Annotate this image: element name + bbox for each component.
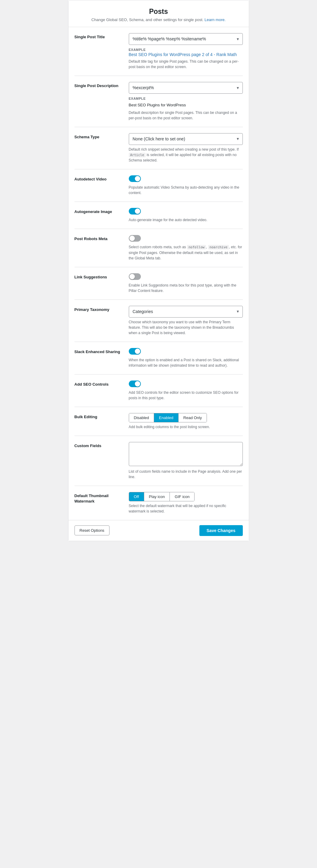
link-suggestions-track <box>129 273 141 280</box>
schema-type-row: Schema Type None (Click here to set one)… <box>75 127 243 169</box>
slack-sharing-thumb <box>135 349 140 354</box>
primary-taxonomy-label: Primary Taxonomy <box>75 306 123 312</box>
page-title: Posts <box>75 7 243 16</box>
add-seo-controls-toggle[interactable] <box>129 380 141 387</box>
add-seo-controls-content: Add SEO controls for the editor screen t… <box>129 380 243 401</box>
autogenerate-image-toggle[interactable] <box>129 208 141 215</box>
single-post-title-select[interactable]: %title% %page% %sep% %sitename% <box>129 33 243 45</box>
thumbnail-watermark-help: Select the default watermark that will b… <box>129 503 243 514</box>
slack-sharing-track <box>129 348 141 354</box>
page-header: Posts Change Global SEO, Schema, and oth… <box>68 0 249 27</box>
slack-sharing-row: Slack Enhanced Sharing When the option i… <box>75 342 243 374</box>
single-post-description-label: Single Post Description <box>75 82 123 89</box>
single-post-title-row: Single Post Title %title% %page% %sep% %… <box>75 27 243 76</box>
bulk-editing-disabled-button[interactable]: Disabled <box>129 413 154 422</box>
link-suggestions-thumb <box>129 274 135 279</box>
single-post-title-example-text: Best SEO Plugins for WordPress page 2 of… <box>129 52 243 57</box>
custom-fields-content: List of custom fields name to include in… <box>129 442 243 479</box>
learn-more-link[interactable]: Learn more. <box>204 18 226 22</box>
bulk-editing-help: Add bulk editing columns to the post lis… <box>129 424 243 430</box>
footer-bar: Reset Options Save Changes <box>68 520 249 541</box>
bulk-editing-content: Disabled Enabled Read Only Add bulk edit… <box>129 413 243 430</box>
autogenerate-image-help: Auto-generate image for the auto detecte… <box>129 217 243 223</box>
autodetect-video-content: Populate automatic Video Schema by auto-… <box>129 175 243 195</box>
watermark-off-button[interactable]: Off <box>129 492 144 501</box>
single-post-desc-example-label: EXAMPLE <box>129 97 243 100</box>
link-suggestions-content: Enable Link Suggestions meta box for thi… <box>129 273 243 293</box>
schema-type-label: Schema Type <box>75 133 123 140</box>
autodetect-video-help: Populate automatic Video Schema by auto-… <box>129 185 243 195</box>
bulk-editing-enabled-button[interactable]: Enabled <box>154 413 178 422</box>
single-post-title-label: Single Post Title <box>75 33 123 40</box>
autodetect-video-toggle[interactable] <box>129 175 141 182</box>
post-robots-meta-help: Select custom robots meta, such as nofol… <box>129 244 243 261</box>
primary-taxonomy-row: Primary Taxonomy Categories ▼ Choose whi… <box>75 300 243 342</box>
custom-fields-textarea[interactable] <box>129 442 243 466</box>
schema-type-select-wrapper: None (Click here to set one) ▼ <box>129 133 243 145</box>
save-changes-button[interactable]: Save Changes <box>199 525 243 536</box>
slack-sharing-content: When the option is enabled and a Post is… <box>129 348 243 368</box>
post-robots-meta-thumb <box>129 236 135 241</box>
autogenerate-image-label: Autogenerate Image <box>75 208 123 215</box>
link-suggestions-label: Link Suggestions <box>75 273 123 280</box>
custom-fields-row: Custom Fields List of custom fields name… <box>75 436 243 486</box>
post-robots-meta-row: Post Robots Meta Select custom robots me… <box>75 229 243 267</box>
single-post-description-row: Single Post Description %excerpt% ▼ EXAM… <box>75 76 243 127</box>
schema-type-content: None (Click here to set one) ▼ Default r… <box>129 133 243 163</box>
single-post-title-example-label: EXAMPLE <box>129 48 243 52</box>
add-seo-controls-label: Add SEO Controls <box>75 380 123 387</box>
post-robots-meta-content: Select custom robots meta, such as nofol… <box>129 235 243 261</box>
single-post-title-help: Default title tag for single Post pages.… <box>129 59 243 70</box>
link-suggestions-help: Enable Link Suggestions meta box for thi… <box>129 283 243 293</box>
watermark-button-group: Off Play icon GIF icon <box>129 492 195 501</box>
post-robots-meta-track <box>129 235 141 242</box>
bulk-editing-button-group: Disabled Enabled Read Only <box>129 413 207 423</box>
autogenerate-image-track <box>129 208 141 215</box>
thumbnail-watermark-row: Default Thumbnail Watermark Off Play ico… <box>75 486 243 520</box>
link-suggestions-toggle[interactable] <box>129 273 141 280</box>
add-seo-controls-track <box>129 380 141 387</box>
autodetect-video-label: Autodetect Video <box>75 175 123 182</box>
single-post-title-content: %title% %page% %sep% %sitename% ▼ EXAMPL… <box>129 33 243 70</box>
slack-sharing-toggle[interactable] <box>129 348 141 354</box>
post-robots-meta-toggle[interactable] <box>129 235 141 242</box>
post-robots-meta-label: Post Robots Meta <box>75 235 123 242</box>
single-post-description-select-wrapper: %excerpt% ▼ <box>129 82 243 94</box>
primary-taxonomy-select[interactable]: Categories <box>129 306 243 317</box>
bulk-editing-row: Bulk Editing Disabled Enabled Read Only … <box>75 407 243 436</box>
single-post-desc-help: Default description for single Post page… <box>129 110 243 121</box>
thumbnail-watermark-label: Default Thumbnail Watermark <box>75 492 123 504</box>
single-post-description-select[interactable]: %excerpt% <box>129 82 243 94</box>
slack-sharing-help: When the option is enabled and a Post is… <box>129 357 243 368</box>
reset-options-button[interactable]: Reset Options <box>75 525 110 535</box>
watermark-play-button[interactable]: Play icon <box>144 492 170 501</box>
page-description: Change Global SEO, Schema, and other set… <box>75 18 243 22</box>
thumbnail-watermark-content: Off Play icon GIF icon Select the defaul… <box>129 492 243 514</box>
primary-taxonomy-select-wrapper: Categories ▼ <box>129 306 243 317</box>
bulk-editing-label: Bulk Editing <box>75 413 123 420</box>
primary-taxonomy-content: Categories ▼ Choose which taxonomy you w… <box>129 306 243 336</box>
watermark-gif-button[interactable]: GIF icon <box>170 492 194 501</box>
add-seo-controls-row: Add SEO Controls Add SEO controls for th… <box>75 374 243 407</box>
autogenerate-image-thumb <box>135 209 140 214</box>
bulk-editing-readonly-button[interactable]: Read Only <box>178 413 207 422</box>
slack-sharing-label: Slack Enhanced Sharing <box>75 348 123 354</box>
single-post-desc-example-text: Best SEO Plugins for WordPress <box>129 102 243 108</box>
custom-fields-help: List of custom fields name to include in… <box>129 469 243 479</box>
link-suggestions-row: Link Suggestions Enable Link Suggestions… <box>75 267 243 300</box>
single-post-title-select-wrapper: %title% %page% %sep% %sitename% ▼ <box>129 33 243 45</box>
add-seo-controls-help: Add SEO controls for the editor screen t… <box>129 390 243 401</box>
custom-fields-label: Custom Fields <box>75 442 123 448</box>
add-seo-controls-thumb <box>135 381 140 386</box>
schema-type-help: Default rich snippet selected when creat… <box>129 147 243 163</box>
autogenerate-image-row: Autogenerate Image Auto-generate image f… <box>75 202 243 229</box>
autodetect-video-thumb <box>135 176 140 181</box>
settings-body: Single Post Title %title% %page% %sep% %… <box>68 27 249 520</box>
autogenerate-image-content: Auto-generate image for the auto detecte… <box>129 208 243 223</box>
autodetect-video-track <box>129 175 141 182</box>
single-post-description-content: %excerpt% ▼ EXAMPLE Best SEO Plugins for… <box>129 82 243 121</box>
primary-taxonomy-help: Choose which taxonomy you want to use wi… <box>129 319 243 336</box>
autodetect-video-row: Autodetect Video Populate automatic Vide… <box>75 169 243 202</box>
schema-type-select[interactable]: None (Click here to set one) <box>129 133 243 145</box>
